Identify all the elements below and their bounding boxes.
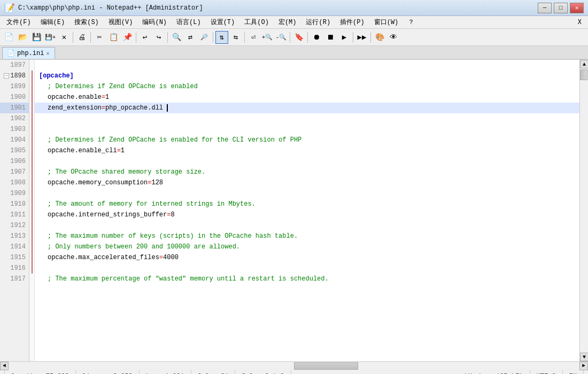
toolbar-sep-1 [73, 32, 73, 43]
key-1915: opcache.max_accelerated_files [48, 254, 159, 261]
line-num-1908: 1908 [0, 177, 29, 188]
line-num-1907: 1907 [0, 167, 29, 177]
sync-scroll-v-button[interactable]: ⇅ [215, 31, 228, 44]
hscroll-track[interactable] [9, 362, 579, 370]
val-1901: php_opcache.dll [105, 104, 163, 112]
toolbar-sep-7 [290, 32, 290, 43]
macro-record-button[interactable]: ⏺ [310, 31, 323, 44]
scroll-down-button[interactable]: ▼ [580, 353, 588, 361]
code-line-1908: opcache.memory_consumption=128 [35, 177, 579, 188]
status-encoding: UTF-8 [530, 370, 563, 374]
cut-button[interactable]: ✂ [93, 31, 106, 44]
scroll-track-v[interactable] [580, 68, 588, 361]
open-button[interactable]: 📂 [16, 31, 29, 44]
code-line-1911: opcache.interned_strings_buffer=8 [35, 209, 579, 220]
val-1905: 1 [121, 147, 125, 154]
replace-button[interactable]: ⇄ [184, 31, 197, 44]
menu-settings[interactable]: 设置(T) [206, 17, 239, 28]
color-picker-button[interactable]: 🎨 [373, 31, 386, 44]
toolbar-sep-6 [244, 32, 245, 43]
new-button[interactable]: 📄 [2, 31, 15, 44]
status-ln: Ln : 1,901 [140, 370, 191, 374]
tab-close-button[interactable]: ✕ [46, 50, 49, 57]
run-button[interactable]: ▶▶ [355, 31, 368, 44]
app-icon: 📝 [4, 3, 15, 13]
copy-button[interactable]: 📋 [107, 31, 120, 44]
tab-label: php.ini [17, 50, 44, 57]
comment-1914: ; Only numbers between 200 and 100000 ar… [48, 243, 240, 251]
menu-macro[interactable]: 宏(M) [274, 17, 301, 28]
find-in-files-button[interactable]: 🔎 [198, 31, 211, 44]
line-num-1905: 1905 [0, 145, 29, 156]
tab-icon: 📄 [7, 49, 15, 57]
preview-button[interactable]: 👁 [387, 31, 400, 44]
line-num-1912: 1912 [0, 220, 29, 231]
editor-container: 1897 − 1898 1899 1900 1901 1902 1903 190… [0, 60, 588, 361]
fold-marker-1898[interactable]: − [4, 73, 9, 79]
menu-plugins[interactable]: 插件(P) [336, 17, 369, 28]
val-1900: 1 [105, 94, 109, 101]
section-label: [opcache] [39, 72, 74, 80]
line-num-1906: 1906 [0, 156, 29, 167]
print-button[interactable]: 🖨 [75, 31, 88, 44]
key-1908: opcache.memory_consumption [48, 179, 148, 186]
word-wrap-button[interactable]: ⏎ [247, 31, 260, 44]
comment-1904: ; Determines if Zend OPCache is enabled … [48, 136, 301, 144]
zoom-out-button[interactable]: -🔍 [275, 31, 288, 44]
line-num-1897: 1897 [0, 60, 29, 71]
menu-search[interactable]: 搜索(S) [70, 17, 103, 28]
code-line-1907: ; The OPcache shared memory storage size… [35, 167, 579, 177]
val-1915: 4000 [163, 254, 179, 261]
line-num-1901: 1901 [0, 103, 29, 113]
val-1908: 128 [151, 179, 163, 186]
line-num-1917: 1917 [0, 274, 29, 284]
menu-edit[interactable]: 编辑(E) [36, 17, 69, 28]
key-1901: zend_extension [48, 104, 102, 112]
close-button[interactable]: ✕ [570, 3, 584, 13]
macro-play-button[interactable]: ▶ [338, 31, 351, 44]
menu-view[interactable]: 视图(V) [104, 17, 137, 28]
code-line-1915: opcache.max_accelerated_files=4000 [35, 252, 579, 263]
menu-tools[interactable]: 工具(O) [240, 17, 273, 28]
bookmark-button[interactable]: 🔖 [292, 31, 305, 44]
minimize-button[interactable]: ─ [538, 3, 552, 13]
code-line-1904: ; Determines if Zend OPCache is enabled … [35, 135, 579, 145]
line-num-1903: 1903 [0, 124, 29, 135]
code-line-1916 [35, 263, 579, 274]
code-line-1905: opcache.enable_cli=1 [35, 145, 579, 156]
scroll-left-button[interactable]: ◄ [0, 362, 9, 370]
status-col: Col : 31 [191, 370, 236, 374]
close-file-button[interactable]: ✕ [58, 31, 71, 44]
scroll-thumb-v[interactable] [580, 69, 587, 80]
restore-button[interactable]: □ [554, 3, 568, 13]
scroll-up-button[interactable]: ▲ [580, 60, 588, 68]
find-button[interactable]: 🔍 [170, 31, 183, 44]
undo-button[interactable]: ↩ [138, 31, 151, 44]
code-area[interactable]: [opcache] ; Determines if Zend OPCache i… [35, 60, 579, 361]
tab-phpini[interactable]: 📄 php.ini ✕ [2, 47, 55, 59]
paste-button[interactable]: 📌 [121, 31, 134, 44]
redo-button[interactable]: ↪ [152, 31, 165, 44]
hscroll-thumb[interactable] [294, 362, 358, 370]
comment-1899: ; Determines if Zend OPCache is enabled [48, 83, 198, 90]
menu-language[interactable]: 语言(L) [172, 17, 205, 28]
scroll-right-button[interactable]: ► [579, 362, 588, 370]
menu-run[interactable]: 运行(R) [301, 17, 335, 28]
save-button[interactable]: 💾 [30, 31, 43, 44]
status-bar: length : 75,809 lines : 2,052 Ln : 1,901… [0, 370, 588, 374]
sync-scroll-h-button[interactable]: ⇆ [229, 31, 242, 44]
line-numbers: 1897 − 1898 1899 1900 1901 1902 1903 190… [0, 60, 29, 361]
menu-close-x[interactable]: X [574, 18, 586, 27]
menu-file[interactable]: 文件(F) [2, 17, 35, 28]
code-line-1913: ; The maximum number of keys (scripts) i… [35, 231, 579, 241]
save-all-button[interactable]: 💾+ [44, 31, 57, 44]
line-num-1913: 1913 [0, 231, 29, 241]
macro-stop-button[interactable]: ⏹ [324, 31, 337, 44]
menu-encoding[interactable]: 编码(N) [138, 17, 171, 28]
cursor [163, 104, 168, 112]
line-num-1914: 1914 [0, 241, 29, 252]
zoom-in-button[interactable]: +🔍 [261, 31, 274, 44]
menu-window[interactable]: 窗口(W) [370, 17, 403, 28]
code-line-1910: ; The amount of memory for interned stri… [35, 199, 579, 209]
menu-help[interactable]: ？ [404, 17, 419, 28]
